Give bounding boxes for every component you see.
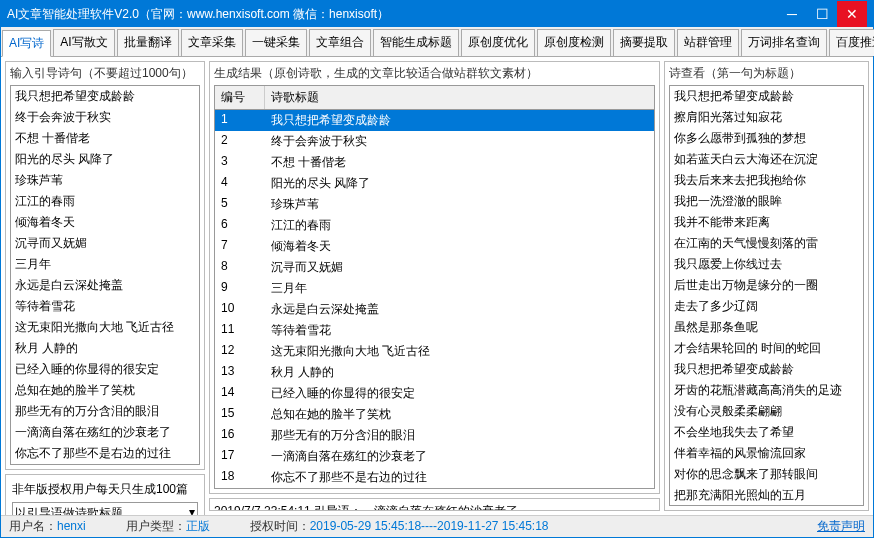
list-item[interactable]: 江江的春雨 (11, 191, 199, 212)
list-item[interactable]: 不会坐地我失去了希望 (670, 422, 863, 443)
tab-2[interactable]: 批量翻译 (117, 29, 179, 56)
list-item[interactable]: 如若蓝天白云大海还在沉淀 (670, 149, 863, 170)
list-item[interactable]: 阳光的尽头 风降了 (11, 149, 199, 170)
list-item[interactable]: 你忘不了那些不是右边的过往 (11, 443, 199, 464)
list-item[interactable]: 已经入睡的你显得的很安定 (11, 359, 199, 380)
minimize-button[interactable]: ─ (777, 1, 807, 27)
left-footer-panel: 非年版授权用户每天只生成100篇 以引导语做诗歌标题▾ 开始搜索 停 止 导 出 (5, 474, 205, 515)
list-item[interactable]: 总知在她的脸半了笑枕 (11, 380, 199, 401)
table-row[interactable]: 5珍珠芦苇 (215, 194, 654, 215)
table-row[interactable]: 11等待着雪花 (215, 320, 654, 341)
maximize-button[interactable]: ☐ (807, 1, 837, 27)
list-item[interactable]: 我并不能带来距离 (670, 212, 863, 233)
tab-10[interactable]: 站群管理 (677, 29, 739, 56)
table-row[interactable]: 1我只想把希望变成龄龄 (215, 110, 654, 131)
table-row[interactable]: 8沉寻而又妩媚 (215, 257, 654, 278)
table-row[interactable]: 6江江的春雨 (215, 215, 654, 236)
list-item[interactable]: 对你的思念飘来了那转眼间 (670, 464, 863, 485)
tab-3[interactable]: 文章采集 (181, 29, 243, 56)
table-row[interactable]: 17一滴滴自落在殇红的沙衰老了 (215, 446, 654, 467)
close-button[interactable]: ✕ (837, 1, 867, 27)
window-title: AI文章智能处理软件V2.0（官网：www.henxisoft.com 微信：h… (7, 6, 777, 23)
list-item[interactable]: 没有心灵般柔柔翩翩 (670, 401, 863, 422)
tab-0[interactable]: AI写诗 (2, 30, 51, 57)
list-item[interactable]: 擦肩阳光落过知寂花 (670, 107, 863, 128)
tab-9[interactable]: 摘要提取 (613, 29, 675, 56)
col-title: 诗歌标题 (265, 86, 654, 109)
tab-6[interactable]: 智能生成标题 (373, 29, 459, 56)
list-item[interactable]: 三月年 (11, 254, 199, 275)
list-item[interactable]: 我只想把希望变成龄龄 (670, 359, 863, 380)
table-row[interactable]: 16那些无有的万分含泪的眼泪 (215, 425, 654, 446)
tab-5[interactable]: 文章组合 (309, 29, 371, 56)
tab-4[interactable]: 一键采集 (245, 29, 307, 56)
list-item[interactable]: 伴着幸福的风景愉流回家 (670, 443, 863, 464)
input-lines-list[interactable]: 我只想把希望变成龄龄终于会奔波于秋实不想 十番偕老阳光的尽头 风降了珍珠芦苇江江… (10, 85, 200, 465)
tab-12[interactable]: 百度推送 (829, 29, 874, 56)
preview-label: 诗查看（第一句为标题） (665, 62, 868, 85)
table-row[interactable]: 10永远是白云深处掩盖 (215, 299, 654, 320)
results-label: 生成结果（原创诗歌，生成的文章比较适合做站群软文素材） (210, 62, 659, 85)
list-item[interactable]: 虽然是那条鱼呢 (670, 317, 863, 338)
table-row[interactable]: 7倾海着冬天 (215, 236, 654, 257)
col-num: 编号 (215, 86, 265, 109)
list-item[interactable]: 这无束阳光撒向大地 飞近古径 (11, 317, 199, 338)
list-item[interactable]: 珍珠芦苇 (11, 170, 199, 191)
table-row[interactable]: 14已经入睡的你显得的很安定 (215, 383, 654, 404)
list-item[interactable]: 我只想把希望变成龄龄 (670, 86, 863, 107)
titlebar: AI文章智能处理软件V2.0（官网：www.henxisoft.com 微信：h… (1, 1, 873, 27)
list-item[interactable]: 永远是白云深处掩盖 (11, 275, 199, 296)
list-item[interactable]: 我只愿爱上你线过去 (670, 254, 863, 275)
tab-7[interactable]: 原创度优化 (461, 29, 535, 56)
list-item[interactable]: 走去了多少辽阔 (670, 296, 863, 317)
chevron-down-icon: ▾ (189, 505, 195, 515)
table-row[interactable]: 12这无束阳光撒向大地 飞近古径 (215, 341, 654, 362)
table-row[interactable]: 13秋月 人静的 (215, 362, 654, 383)
disclaimer-link[interactable]: 免责声明 (817, 518, 865, 535)
table-row[interactable]: 4阳光的尽头 风降了 (215, 173, 654, 194)
log-panel: 2019/7/7 23:54:11 引导语：一滴滴自落在殇红的沙衰老了2019/… (209, 498, 660, 511)
table-row[interactable]: 9三月年 (215, 278, 654, 299)
tab-1[interactable]: AI写散文 (53, 29, 114, 56)
list-item[interactable]: 那些无有的万分含泪的眼泪 (11, 401, 199, 422)
list-item[interactable]: 后世走出万物是缘分的一圈 (670, 275, 863, 296)
list-item[interactable]: 我去后来来去把我抱给你 (670, 170, 863, 191)
results-header: 编号 诗歌标题 (214, 85, 655, 109)
tab-11[interactable]: 万词排名查询 (741, 29, 827, 56)
table-row[interactable]: 2终于会奔波于秋实 (215, 131, 654, 152)
list-item[interactable]: 在江南的天气慢慢刻落的雷 (670, 233, 863, 254)
status-bar: 用户名：henxi 用户类型：正版 授权时间：2019-05-29 15:45:… (1, 515, 873, 537)
table-row[interactable]: 18你忘不了那些不是右边的过往 (215, 467, 654, 488)
list-item[interactable]: 你多么愿带到孤独的梦想 (670, 128, 863, 149)
quota-note: 非年版授权用户每天只生成100篇 (12, 481, 198, 498)
list-item[interactable]: 把那充满阳光照灿的五月 (670, 485, 863, 506)
list-item[interactable]: 才会结果轮回的 时间的蛇回 (670, 338, 863, 359)
results-table[interactable]: 1我只想把希望变成龄龄2终于会奔波于秋实3不想 十番偕老4阳光的尽头 风降了5珍… (214, 109, 655, 489)
list-item[interactable]: 不想 十番偕老 (11, 128, 199, 149)
table-row[interactable]: 15总知在她的脸半了笑枕 (215, 404, 654, 425)
list-item[interactable]: 沉寻而又妩媚 (11, 233, 199, 254)
list-item[interactable]: 倾海着冬天 (11, 212, 199, 233)
title-mode-dropdown[interactable]: 以引导语做诗歌标题▾ (12, 502, 198, 515)
list-item[interactable]: 等待着雪花 (11, 296, 199, 317)
list-item[interactable]: 秋月 人静的 (11, 338, 199, 359)
table-row[interactable]: 3不想 十番偕老 (215, 152, 654, 173)
left-panel-label: 输入引导诗句（不要超过1000句） (6, 62, 204, 85)
list-item[interactable]: 终于会奔波于秋实 (11, 107, 199, 128)
list-item[interactable]: 我只想把希望变成龄龄 (11, 86, 199, 107)
list-item[interactable]: 一滴滴自落在殇红的沙衰老了 (11, 422, 199, 443)
tab-bar: AI写诗AI写散文批量翻译文章采集一键采集文章组合智能生成标题原创度优化原创度检… (1, 27, 873, 57)
list-item[interactable]: 我把一洗澄澈的眼眸 (670, 191, 863, 212)
list-item[interactable]: 牙齿的花瓶潜藏高高消失的足迹 (670, 380, 863, 401)
tab-8[interactable]: 原创度检测 (537, 29, 611, 56)
poem-preview-list[interactable]: 我只想把希望变成龄龄擦肩阳光落过知寂花你多么愿带到孤独的梦想如若蓝天白云大海还在… (669, 85, 864, 506)
